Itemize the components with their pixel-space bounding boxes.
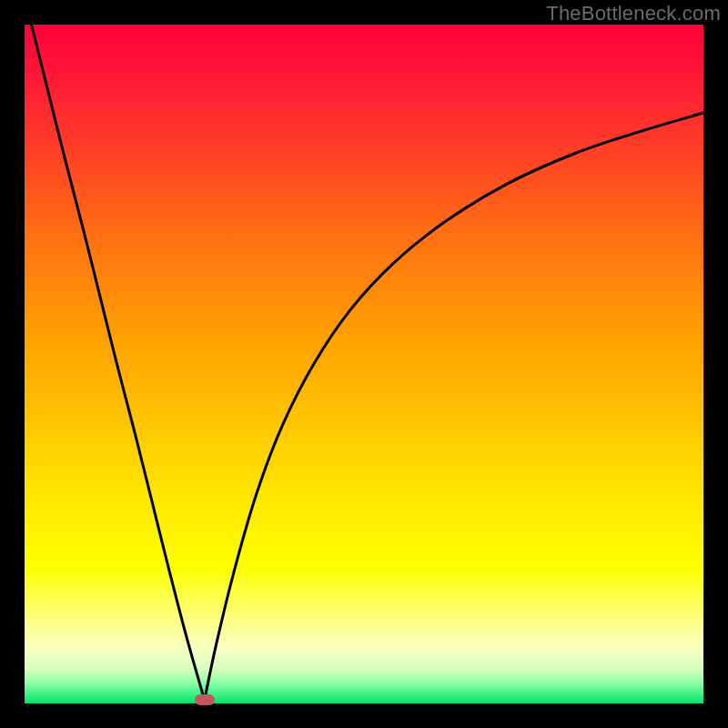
chart-frame: TheBottleneck.com (0, 0, 728, 728)
curve-right-branch (205, 113, 703, 700)
optimum-marker (195, 694, 215, 705)
bottleneck-curve (25, 25, 703, 703)
curve-left-branch (31, 25, 204, 700)
plot-area (25, 25, 703, 703)
watermark-text: TheBottleneck.com (546, 2, 721, 25)
